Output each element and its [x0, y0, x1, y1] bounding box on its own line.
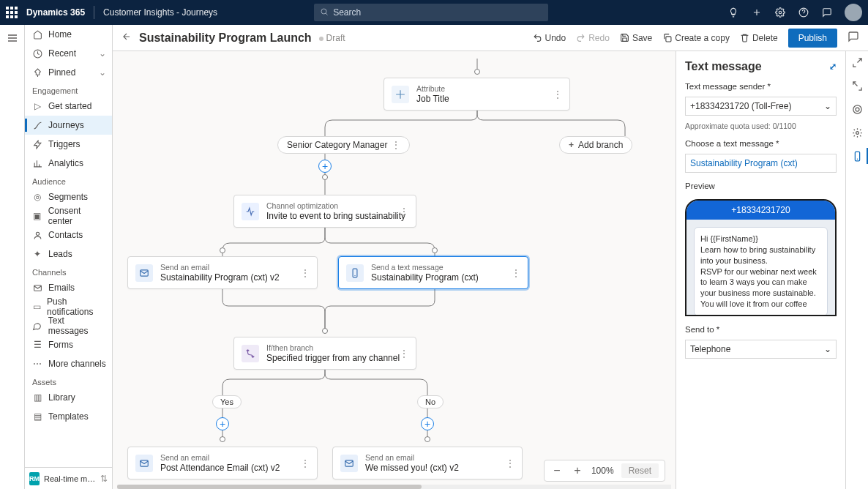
redo-button[interactable]: Redo: [576, 33, 610, 43]
app-launcher-icon[interactable]: [6, 7, 18, 18]
svg-point-0: [321, 9, 326, 14]
zoom-in-button[interactable]: +: [571, 464, 584, 477]
delete-button[interactable]: Delete: [740, 33, 778, 43]
sidebar-item-home[interactable]: Home: [25, 25, 112, 44]
more-icon[interactable]: ⋮: [512, 268, 520, 278]
enter-icon[interactable]: [850, 56, 864, 69]
sender-select[interactable]: +18334231720 (Toll-Free)⌄: [685, 97, 837, 116]
add-step-button[interactable]: +: [216, 417, 229, 430]
sidebar-item-contacts[interactable]: Contacts: [25, 225, 112, 244]
add-step-button[interactable]: +: [318, 160, 332, 173]
sidebar-item-more-channels[interactable]: ⋯More channels: [25, 354, 112, 373]
breadcrumb[interactable]: Customer Insights - Journeys: [103, 7, 217, 18]
more-icon[interactable]: ⋮: [506, 458, 515, 469]
pin-icon: [32, 67, 42, 78]
chevron-down-icon: ⌄: [824, 101, 831, 111]
copy-button[interactable]: Create a copy: [662, 33, 730, 43]
sidebar-item-get-started[interactable]: ▷Get started: [25, 97, 112, 116]
sidebar-item-analytics[interactable]: Analytics: [25, 154, 112, 173]
hamburger-icon[interactable]: [7, 32, 18, 46]
push-icon: ▭: [32, 302, 41, 312]
sidebar-item-recent[interactable]: Recent⌄: [25, 44, 112, 63]
save-button[interactable]: Save: [620, 33, 652, 43]
node-channel-optimization[interactable]: Channel optimizationInvite to event to b…: [233, 195, 416, 228]
sidebar-item-push[interactable]: ▭Push notifications: [25, 297, 112, 316]
preview-label: Preview: [685, 182, 837, 190]
page-actions: Undo Redo Save Create a copy Delete Publ…: [533, 29, 860, 48]
global-search[interactable]: Search: [314, 4, 548, 21]
message-select[interactable]: Sustainability Program (cxt): [685, 154, 837, 173]
more-icon[interactable]: ⋮: [553, 89, 562, 100]
back-button[interactable]: [121, 31, 132, 44]
sidebar-group-engagement: Engagement: [25, 82, 112, 97]
node-title: Sustainability Program (cxt): [371, 272, 479, 283]
branch-pill-left[interactable]: Senior Category Manager⋮: [277, 136, 410, 154]
goal-icon[interactable]: [850, 102, 864, 116]
more-icon[interactable]: ⋮: [400, 348, 408, 359]
person-icon: [32, 230, 42, 240]
sidebar-label: Leads: [48, 249, 72, 259]
sidebar-item-forms[interactable]: ☰Forms: [25, 335, 112, 354]
node-type: Send a text message: [371, 263, 479, 272]
chat-icon[interactable]: [821, 7, 833, 18]
more-icon[interactable]: ⋮: [400, 206, 408, 217]
branch-no[interactable]: No: [417, 395, 444, 408]
node-type: Attribute: [416, 84, 449, 93]
branch-yes[interactable]: Yes: [212, 395, 242, 408]
avatar[interactable]: [845, 4, 862, 21]
sidebar-item-consent[interactable]: ▣Consent center: [25, 206, 112, 225]
optimize-icon: [242, 203, 259, 220]
sidebar-label: Recent: [48, 48, 76, 59]
expand-icon[interactable]: ⤢: [829, 61, 837, 72]
sendto-select[interactable]: Telephone⌄: [685, 340, 837, 359]
sidebar-item-templates[interactable]: ▤Templates: [25, 407, 112, 426]
node-email-post-attendance[interactable]: Send an emailPost Attendance Email (cxt)…: [127, 447, 318, 479]
undo-button[interactable]: Undo: [533, 33, 566, 43]
publish-button[interactable]: Publish: [788, 29, 837, 48]
port: [220, 436, 225, 442]
node-attribute[interactable]: AttributeJob Title ⋮: [384, 78, 570, 111]
settings-icon[interactable]: [850, 126, 864, 139]
node-if-then[interactable]: If/then branchSpecified trigger from any…: [233, 337, 416, 370]
journey-canvas[interactable]: AttributeJob Title ⋮ Senior Category Man…: [113, 51, 676, 489]
help-icon[interactable]: [798, 7, 809, 18]
svg-point-1: [779, 11, 782, 14]
horizontal-scrollbar[interactable]: [117, 485, 671, 489]
node-type: Send an email: [160, 263, 280, 272]
zoom-level: 100%: [591, 466, 614, 476]
sidebar-item-journeys[interactable]: Journeys: [25, 116, 112, 135]
sidebar-item-leads[interactable]: ✦Leads: [25, 244, 112, 264]
gear-icon[interactable]: [774, 7, 786, 18]
form-icon: ☰: [32, 340, 42, 350]
mobile-icon[interactable]: [850, 149, 864, 163]
sidebar-item-pinned[interactable]: Pinned⌄: [25, 63, 112, 82]
branch-label: Senior Category Manager: [287, 140, 387, 150]
target-icon: ◎: [32, 192, 42, 202]
node-email-sustainability[interactable]: Send an emailSustainability Program (cxt…: [127, 256, 318, 289]
workspace: AttributeJob Title ⋮ Senior Category Man…: [113, 51, 868, 489]
node-email-we-missed-you[interactable]: Send an emailWe missed you! (cxt) v2 ⋮: [332, 447, 523, 479]
add-step-button[interactable]: +: [421, 417, 434, 430]
preview-phone: +18334231720 Hi {{FirstName}} Learn how …: [685, 199, 837, 316]
zoom-reset-button[interactable]: Reset: [621, 463, 659, 478]
more-icon[interactable]: ⋮: [301, 458, 310, 469]
add-branch-button[interactable]: +Add branch: [559, 136, 632, 154]
sidebar-item-library[interactable]: ▥Library: [25, 388, 112, 407]
preview-bubble: Hi {{FirstName}} Learn how to bring sust…: [694, 227, 828, 316]
sidebar-item-text[interactable]: Text messages: [25, 316, 112, 335]
topbar-actions: [727, 4, 862, 21]
sidebar-item-segments[interactable]: ◎Segments: [25, 187, 112, 206]
zoom-out-button[interactable]: −: [550, 464, 564, 477]
sidebar-item-triggers[interactable]: Triggers: [25, 135, 112, 154]
more-icon[interactable]: ⋮: [301, 268, 310, 278]
node-text-message[interactable]: Send a text messageSustainability Progra…: [338, 256, 528, 289]
persona-switcher[interactable]: RM Real-time marketi... ⇅: [25, 467, 112, 489]
more-icon[interactable]: ⋮: [392, 140, 400, 150]
sidebar-label: More channels: [48, 359, 106, 369]
sidebar: Home Recent⌄ Pinned⌄ Engagement ▷Get sta…: [25, 25, 113, 489]
lightbulb-icon[interactable]: [727, 7, 739, 18]
exit-icon[interactable]: [850, 79, 864, 92]
teams-icon[interactable]: [848, 31, 859, 45]
plus-icon[interactable]: [751, 7, 763, 18]
sidebar-item-emails[interactable]: Emails: [25, 278, 112, 297]
